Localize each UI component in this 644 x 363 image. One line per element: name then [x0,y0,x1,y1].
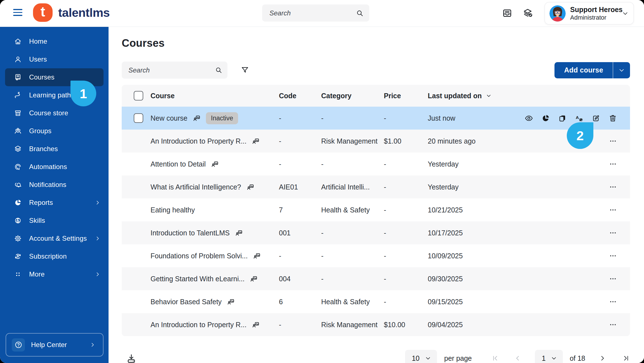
course-updated: 20 minutes ago [428,137,512,145]
row-menu-icon[interactable] [609,206,617,214]
automations-icon [14,163,22,171]
sidebar-item-label: Account & Settings [29,235,95,242]
user-menu[interactable]: Support Heroes Administrator [544,2,634,25]
course-search[interactable] [122,62,227,79]
global-search-input[interactable] [269,9,356,17]
sidebar-item-automations[interactable]: Automations [0,158,109,176]
reports-icon[interactable] [541,114,550,123]
course-name[interactable]: Introduction to TalentLMS [151,229,230,237]
column-updated[interactable]: Last updated on [428,92,512,100]
groups-icon [14,127,22,135]
app-logo[interactable]: t talentlms [33,3,110,22]
row-menu-icon[interactable] [609,183,617,191]
inbox-icon[interactable] [502,8,513,18]
course-name[interactable]: An Introduction to Property R... [151,321,246,329]
add-course-button[interactable]: Add course [554,62,630,78]
sidebar-item-course-store[interactable]: Course store [0,104,109,122]
course-name[interactable]: Getting Started With eLearni... [151,275,245,283]
settings-icon [14,235,22,242]
course-price: $10.00 [384,321,428,329]
global-search[interactable] [262,4,369,22]
column-price: Price [384,92,428,100]
sidebar-item-settings[interactable]: Account & Settings [0,229,109,247]
sidebar-item-label: Reports [29,199,95,207]
search-icon[interactable] [356,9,364,17]
row-menu-icon[interactable] [609,137,617,145]
sidebar-item-branches[interactable]: Branches [0,140,109,158]
select-all-checkbox[interactable] [134,91,143,100]
preview-icon[interactable] [525,114,533,123]
row-checkbox[interactable] [134,113,143,123]
course-code: 6 [279,298,321,306]
sidebar-item-groups[interactable]: Groups [0,122,109,140]
course-store-icon [14,109,22,117]
course-updated: Just now [428,114,512,122]
sidebar-item-users[interactable]: Users [0,50,109,68]
table-row[interactable]: Eating healthy 7 Health & Safety - 10/21… [122,198,630,221]
table-row[interactable]: An Introduction to Property R... - Risk … [122,313,630,336]
table-row[interactable]: Introduction to TalentLMS 001 - - 10/17/… [122,221,630,244]
page-select[interactable]: 1 [535,350,563,363]
edit-icon[interactable] [592,114,600,123]
layers-badge-icon[interactable] [523,8,533,18]
export-icon[interactable] [126,353,137,363]
course-name[interactable]: What is Artificial Intelligence? [151,183,241,191]
course-search-input[interactable] [128,66,215,74]
course-name[interactable]: Attention to Detail [151,160,206,168]
delete-icon[interactable] [608,114,617,123]
prev-page-icon[interactable] [514,354,521,362]
course-name[interactable]: An Introduction to Property R... [151,137,246,145]
first-page-icon[interactable] [491,354,499,362]
search-icon[interactable] [215,66,222,74]
sort-descending-icon[interactable] [486,93,492,99]
table-row[interactable]: Foundations of Problem Solvi... - - - 10… [122,244,630,267]
chevron-right-icon [95,200,101,206]
sidebar-item-subscription[interactable]: Subscription [0,247,109,265]
sidebar-item-skills[interactable]: Skills [0,212,109,229]
course-code: 004 [279,275,321,283]
row-menu-icon[interactable] [609,298,617,306]
home-icon [14,38,22,45]
course-name[interactable]: Eating healthy [151,206,195,214]
table-row[interactable]: What is Artificial Intelligence? AIE01 A… [122,175,630,198]
reports-icon [14,199,22,207]
column-category: Category [321,92,384,100]
top-actions [502,8,533,18]
menu-icon[interactable] [13,9,22,16]
table-row[interactable]: Attention to Detail - - - Yesterday [122,153,630,175]
course-price: - [384,252,428,260]
clone-icon[interactable] [558,114,567,123]
sidebar-item-more[interactable]: More [0,265,109,283]
table-row[interactable]: New course Inactive - - - Just now [122,107,630,130]
per-page-select[interactable]: 10 [405,350,437,363]
translate-icon[interactable] [575,114,584,123]
sidebar-item-notifications[interactable]: Notifications [0,176,109,194]
add-course-label[interactable]: Add course [554,62,613,78]
last-page-icon[interactable] [622,354,630,362]
table-row[interactable]: Getting Started With eLearni... 004 - - … [122,267,630,290]
chevron-down-icon[interactable] [622,10,629,17]
sidebar-item-reports[interactable]: Reports [0,194,109,212]
sidebar-item-label: Home [29,38,101,45]
row-menu-icon[interactable] [609,229,617,237]
sidebar-item-label: Skills [29,217,101,224]
row-menu-icon[interactable] [609,275,617,283]
sidebar-item-label: Groups [29,127,101,135]
sidebar-item-home[interactable]: Home [0,32,109,50]
row-actions [525,114,617,123]
next-page-icon[interactable] [599,354,607,362]
row-menu-icon[interactable] [609,160,617,168]
filter-icon[interactable] [241,66,249,74]
help-center-button[interactable]: Help Center [6,333,104,357]
course-name[interactable]: Behavior Based Safety [151,298,222,306]
chevron-down-icon [551,355,557,362]
course-updated: 10/21/2025 [428,206,512,214]
user-info: Support Heroes Administrator [570,5,617,22]
course-name[interactable]: New course [151,114,187,122]
table-row[interactable]: Behavior Based Safety 6 Health & Safety … [122,290,630,313]
add-course-dropdown[interactable] [613,62,630,78]
course-name[interactable]: Foundations of Problem Solvi... [151,252,248,260]
row-menu-icon[interactable] [609,320,617,329]
row-menu-icon[interactable] [609,252,617,260]
table-row[interactable]: An Introduction to Property R... - Risk … [122,130,630,153]
